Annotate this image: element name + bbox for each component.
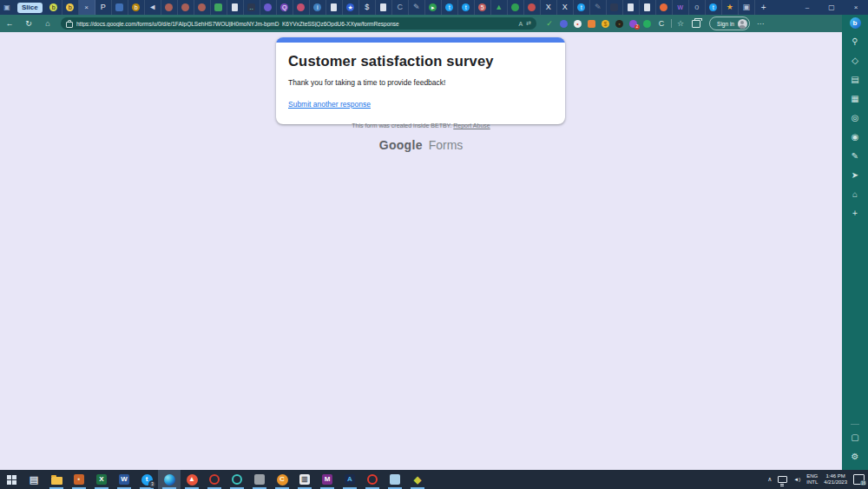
speaker-icon[interactable]: ◄) (793, 477, 800, 482)
browser-tab[interactable] (607, 0, 623, 15)
taskbar-toolbox[interactable]: ▪ (68, 470, 90, 489)
browser-tab[interactable]: b (62, 0, 79, 15)
workspace-chip[interactable]: Slice (17, 3, 43, 13)
browser-tab[interactable] (178, 0, 194, 15)
taskbar-task-view[interactable]: ▤ (23, 470, 45, 489)
browser-tab[interactable]: i (310, 0, 326, 15)
browser-tab[interactable]: t (706, 0, 722, 15)
submit-another-response-link[interactable]: Submit another response (288, 100, 371, 109)
apps-icon[interactable]: ◉ (852, 133, 859, 142)
extension-icon[interactable]: 2 (629, 20, 637, 28)
tab-close-icon[interactable]: × (84, 4, 89, 11)
tab-actions-icon[interactable]: ▣ (0, 0, 14, 15)
sign-in-button[interactable]: Sign in (709, 17, 750, 30)
favorites-icon[interactable]: ☆ (677, 19, 684, 28)
browser-tab[interactable]: ★ (343, 0, 359, 15)
outlook-icon[interactable]: ⌂ (852, 190, 858, 199)
browser-tab[interactable] (376, 0, 392, 15)
taskbar-twitter[interactable]: t3 (135, 470, 158, 489)
browser-tab[interactable]: ✎ (409, 0, 425, 15)
browser-tab[interactable] (524, 0, 541, 15)
settings-icon[interactable]: ⚙ (852, 453, 859, 461)
browser-tab[interactable]: P (95, 0, 112, 15)
taskbar-brave[interactable]: ▲ (181, 470, 203, 489)
taskbar-red-ring-app[interactable] (203, 470, 226, 489)
browser-tab[interactable]: X (557, 0, 574, 15)
browser-tab[interactable]: ▲ (491, 0, 508, 15)
add-panel-icon[interactable]: + (852, 209, 858, 218)
address-bar[interactable]: https://docs.google.com/forms/u/0/d/e/1F… (61, 17, 536, 30)
close-button[interactable]: × (844, 0, 868, 15)
language-indicator[interactable]: ENG INTL (806, 473, 818, 486)
new-tab-button[interactable]: + (757, 3, 771, 12)
active-tab[interactable]: × (79, 0, 95, 15)
taskbar-blue-box-app[interactable] (384, 470, 406, 489)
settings-menu-icon[interactable]: ⋯ (757, 20, 764, 28)
extension-icon[interactable]: ✓ (545, 19, 554, 28)
url-text[interactable]: https://docs.google.com/forms/u/0/d/e/1F… (76, 21, 515, 27)
browser-tab[interactable]: ◄ (145, 0, 161, 15)
taskbar-excel[interactable]: X (90, 470, 113, 489)
browser-tab[interactable]: Q (277, 0, 293, 15)
home-button[interactable]: ⌂ (38, 19, 57, 28)
clock[interactable]: 1:46 PM 4/21/2023 (824, 473, 847, 486)
taskbar-file-explorer[interactable] (45, 470, 68, 489)
browser-tab[interactable]: ▣ (739, 0, 755, 15)
drop-icon[interactable]: ➤ (852, 171, 858, 180)
extension-icon[interactable] (643, 20, 651, 28)
browser-tab[interactable]: X (541, 0, 557, 15)
refresh-button[interactable]: ↻ (19, 19, 38, 28)
maximize-button[interactable]: ▢ (819, 0, 844, 15)
extension-icon[interactable]: • (574, 20, 582, 28)
browser-tab[interactable]: w (673, 0, 689, 15)
translate-icon[interactable]: ⇄ (526, 20, 531, 27)
taskbar-word[interactable]: W (113, 470, 135, 489)
browser-tab[interactable] (194, 0, 211, 15)
network-icon[interactable] (778, 476, 787, 483)
browser-tab[interactable]: ▸ (425, 0, 442, 15)
screenshot-icon[interactable]: ▢ (851, 433, 858, 442)
browser-tab[interactable]: t (442, 0, 458, 15)
browser-tab[interactable] (656, 0, 673, 15)
wallet-icon[interactable]: ▦ (851, 95, 858, 103)
extension-icon[interactable]: C (657, 19, 666, 28)
action-center-icon[interactable]: 16 (853, 474, 865, 485)
browser-tab[interactable] (640, 0, 656, 15)
browser-tab[interactable]: t (458, 0, 475, 15)
browser-tab[interactable] (293, 0, 310, 15)
browser-tab[interactable]: b (128, 0, 145, 15)
taskbar-edge[interactable] (158, 470, 181, 489)
browser-tab[interactable] (623, 0, 640, 15)
shopping-icon[interactable]: ◇ (852, 56, 858, 65)
copilot-icon[interactable]: b (850, 17, 861, 29)
read-aloud-icon[interactable]: A (518, 21, 523, 27)
taskbar-window-app[interactable]: ▥ (293, 470, 316, 489)
taskbar-opera[interactable] (361, 470, 384, 489)
extension-icon[interactable] (588, 20, 595, 28)
minimize-button[interactable]: – (795, 0, 819, 15)
extension-icon[interactable]: ◦ (615, 20, 623, 28)
games-icon[interactable]: ◎ (852, 114, 859, 122)
browser-tab[interactable]: ‥ (244, 0, 260, 15)
extension-icon[interactable] (560, 20, 568, 28)
browser-tab[interactable] (211, 0, 227, 15)
browser-tab[interactable]: 5 (475, 0, 491, 15)
browser-tab[interactable] (161, 0, 178, 15)
browser-tab[interactable] (227, 0, 244, 15)
browser-tab[interactable] (508, 0, 524, 15)
taskbar-purple-app[interactable]: M (316, 470, 339, 489)
browser-tab[interactable] (112, 0, 128, 15)
browser-tab[interactable]: $ (359, 0, 376, 15)
browser-tab[interactable]: ✎ (590, 0, 607, 15)
tools-icon[interactable]: ▤ (851, 76, 858, 84)
tray-chevron-icon[interactable]: ∧ (767, 476, 772, 483)
browser-tab[interactable]: t (574, 0, 590, 15)
browser-tab[interactable]: ★ (722, 0, 739, 15)
search-icon[interactable]: ⚲ (852, 37, 858, 46)
taskbar-gray-app[interactable] (248, 470, 271, 489)
browser-tab[interactable]: b (46, 0, 62, 15)
taskbar-layers-app[interactable]: ◆ (406, 470, 429, 489)
collections-icon[interactable] (692, 20, 700, 28)
back-button[interactable]: ← (0, 19, 19, 28)
editor-icon[interactable]: ✎ (852, 152, 858, 161)
